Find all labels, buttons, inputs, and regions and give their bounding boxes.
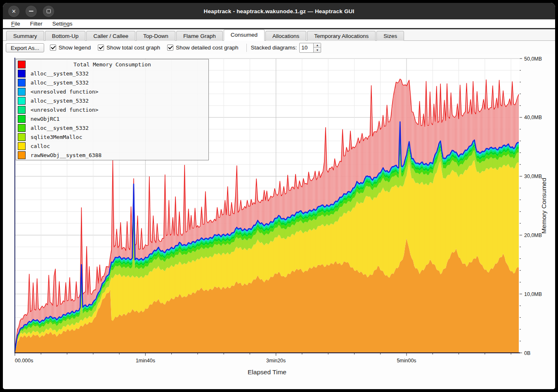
tab-label: Allocations	[272, 33, 299, 39]
checkbox-group: Show detailed cost graph	[167, 45, 239, 51]
legend-label: calloc	[31, 143, 50, 149]
svg-text:00.000s: 00.000s	[15, 358, 33, 364]
tab[interactable]: Allocations	[265, 31, 306, 41]
menu-item[interactable]: Settings	[50, 21, 75, 27]
legend-swatch	[18, 133, 26, 141]
svg-text:1min40s: 1min40s	[136, 358, 155, 364]
svg-text:20,0MB: 20,0MB	[524, 232, 542, 238]
svg-text:50,0MB: 50,0MB	[524, 56, 542, 62]
legend-item: <unresolved function>	[16, 105, 208, 114]
legend-swatch	[18, 88, 26, 96]
legend-item: alloc__system_5332	[16, 123, 208, 132]
legend-swatch	[18, 151, 26, 159]
close-button[interactable]: ✕	[8, 6, 19, 17]
checkbox[interactable]	[167, 45, 173, 51]
minimize-button[interactable]	[26, 6, 37, 17]
tab-label: Sizes	[383, 33, 397, 39]
legend-label: alloc__system_5332	[31, 125, 89, 131]
toolbar: Export As... Show legend Show total cost…	[3, 41, 555, 54]
toolbar-separator	[246, 44, 247, 52]
legend-item: calloc	[16, 141, 208, 150]
legend-swatch	[18, 70, 26, 77]
legend-item: alloc__system_5332	[16, 96, 208, 105]
window-controls: ✕	[8, 3, 54, 19]
app-window: ✕ Heaptrack - heaptrack.wakunode.1.gz — …	[3, 3, 555, 389]
tab[interactable]: Top-Down	[136, 31, 175, 41]
legend-label: newObjRC1	[31, 116, 59, 122]
tab-label: Caller / Callee	[93, 33, 128, 39]
checkbox-label: Show legend	[59, 45, 91, 51]
tab-label: Summary	[13, 33, 37, 39]
screen: { "window": { "title": "Heaptrack - heap…	[0, 0, 558, 392]
y-axis-title: Memory Consumed	[540, 178, 547, 233]
chart-legend: Total Memory Consumption alloc__system_5…	[16, 59, 209, 160]
checkbox-group: Show legend	[50, 45, 91, 51]
tab-label: Flame Graph	[183, 33, 216, 39]
legend-swatch	[18, 142, 26, 150]
toolbar-checkboxes: Show legend Show total cost graph Show d…	[50, 45, 246, 51]
close-icon: ✕	[12, 9, 16, 14]
chart-panel: 00.000s1min40s3min20s5min00s0B10,0MB20,0…	[3, 54, 555, 389]
x-axis-title: Elapsed Time	[248, 369, 286, 376]
legend-label: sqlite3MemMalloc	[31, 134, 82, 140]
legend-label: <unresolved function>	[31, 107, 98, 113]
maximize-icon	[47, 9, 51, 13]
tab[interactable]: Sizes	[376, 31, 404, 41]
stacked-diagrams-label: Stacked diagrams:	[251, 45, 297, 51]
legend-item: Total Memory Consumption	[16, 60, 208, 69]
minimize-icon	[29, 11, 33, 12]
svg-text:30,0MB: 30,0MB	[524, 174, 542, 179]
svg-text:3min20s: 3min20s	[266, 358, 286, 364]
legend-swatch	[18, 115, 26, 123]
stacked-diagrams-spinbox[interactable]: 10 ▲ ▼	[299, 43, 321, 53]
legend-swatch	[18, 97, 26, 105]
svg-text:40,0MB: 40,0MB	[524, 115, 542, 120]
menubar: File Filter Settings	[3, 19, 555, 28]
checkbox-group: Show total cost graph	[98, 45, 160, 51]
tabbar: Summary Bottom-Up Caller / Callee Top-Do…	[3, 29, 555, 41]
tab-label: Temporary Allocations	[314, 33, 369, 39]
legend-swatch	[18, 124, 26, 132]
svg-text:10,0MB: 10,0MB	[524, 291, 542, 297]
legend-label: <unresolved function>	[31, 89, 98, 95]
tab-label: Top-Down	[143, 33, 168, 39]
legend-label: alloc__system_5332	[31, 70, 89, 77]
legend-label: Total Memory Consumption	[31, 61, 194, 68]
spin-up-button[interactable]: ▲	[314, 43, 321, 48]
legend-item: sqlite3MemMalloc	[16, 132, 208, 141]
maximize-button[interactable]	[43, 6, 54, 17]
checkbox[interactable]	[98, 45, 104, 51]
tab[interactable]: Caller / Callee	[86, 31, 135, 41]
tab[interactable]: Temporary Allocations	[307, 31, 376, 41]
legend-item: alloc__system_5332	[16, 78, 208, 87]
spinbox-value[interactable]: 10	[300, 43, 313, 52]
export-as-button[interactable]: Export As...	[6, 43, 44, 52]
tab[interactable]: Summary	[6, 31, 44, 41]
svg-text:0B: 0B	[524, 350, 530, 356]
legend-item: newObjRC1	[16, 114, 208, 123]
legend-swatch	[18, 79, 26, 87]
legend-item: <unresolved function>	[16, 87, 208, 96]
window-title: Heaptrack - heaptrack.wakunode.1.gz — He…	[203, 8, 354, 14]
legend-label: rawNewObj__system_6388	[31, 152, 102, 158]
legend-swatch	[18, 61, 26, 68]
checkbox-label: Show detailed cost graph	[176, 45, 239, 51]
checkbox[interactable]	[50, 45, 56, 51]
checkbox-label: Show total cost graph	[106, 45, 160, 51]
legend-item: rawNewObj__system_6388	[16, 150, 208, 160]
menu-item[interactable]: Filter	[28, 21, 45, 27]
legend-label: alloc__system_5332	[31, 80, 89, 86]
legend-item: alloc__system_5332	[16, 69, 208, 78]
legend-swatch	[18, 106, 26, 114]
tab[interactable]: Bottom-Up	[45, 31, 86, 41]
tab-label: Bottom-Up	[52, 33, 79, 39]
tab[interactable]: Flame Graph	[176, 31, 223, 41]
titlebar: ✕ Heaptrack - heaptrack.wakunode.1.gz — …	[3, 3, 555, 19]
menu-item[interactable]: File	[9, 21, 22, 27]
legend-label: alloc__system_5332	[31, 98, 89, 104]
svg-text:5min00s: 5min00s	[397, 358, 416, 364]
tab-label: Consumed	[231, 32, 258, 38]
spin-down-button[interactable]: ▼	[314, 48, 321, 52]
tab[interactable]: Consumed	[224, 29, 265, 41]
